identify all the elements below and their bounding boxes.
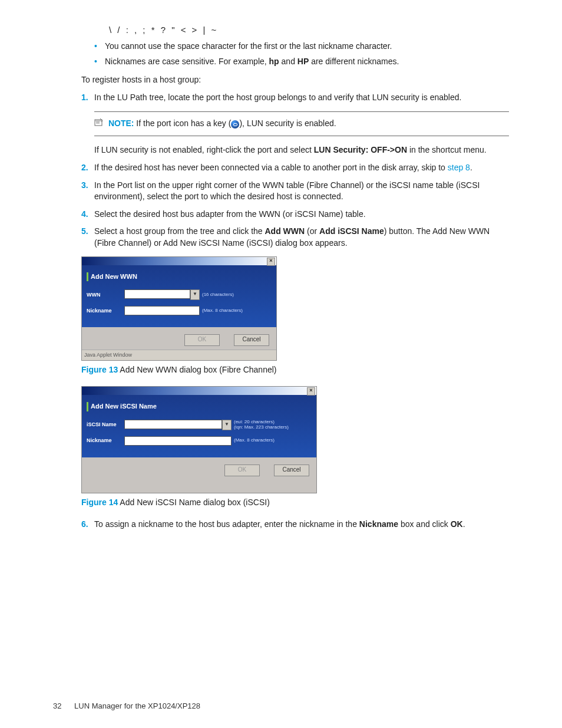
figure-text: Add New WWN dialog box (Fibre Channel) (118, 365, 276, 374)
dropdown-arrow-icon[interactable]: ▼ (190, 289, 200, 300)
wwn-field: ▼ (124, 289, 200, 300)
step-item: 1. In the LU Path tree, locate the port … (81, 92, 509, 156)
bold-text: Add WWN (265, 226, 305, 236)
ok-button[interactable]: OK (224, 465, 260, 476)
dialog-titlebar: × (82, 387, 316, 395)
svg-rect-0 (95, 120, 102, 126)
wwn-input[interactable] (124, 289, 190, 299)
nickname-input[interactable] (124, 306, 200, 315)
dialog-body: Add New iSCSI Name iSCSI Name ▼ (eui: 20… (82, 395, 316, 457)
figure-text: Add New iSCSI Name dialog box (iSCSI) (118, 498, 270, 507)
step-item: 6. To assign a nickname to the host bus … (81, 519, 509, 531)
step-text: If the desired host has never been conne… (94, 163, 448, 172)
figure-14-caption: Figure 14 Add New iSCSI Name dialog box … (81, 497, 509, 509)
bullet-text: You cannot use the space character for t… (105, 41, 392, 51)
note-text: ), LUN security is enabled. (239, 118, 336, 128)
note-label: NOTE: (108, 118, 134, 128)
text: Select a host group from the tree and cl… (94, 226, 265, 236)
ordered-steps: 1. In the LU Path tree, locate the port … (53, 92, 509, 249)
nickname-field (124, 436, 232, 446)
step-number: 4. (81, 209, 88, 220)
dialog-heading: Add New iSCSI Name (87, 402, 312, 411)
note-icon (94, 118, 104, 130)
text: Nicknames are case sensitive. For exampl… (105, 57, 269, 66)
cancel-button[interactable]: Cancel (274, 465, 309, 476)
step-number: 5. (81, 226, 88, 238)
figure-label: Figure 14 (81, 498, 118, 507)
dialog-button-row: OK Cancel (82, 457, 316, 493)
add-new-wwn-dialog: × Add New WWN WWN ▼ (16 characters) Nick… (81, 256, 277, 361)
step-item: 2. If the desired host has never been co… (81, 162, 509, 174)
text: and (279, 57, 297, 66)
note-text: If the port icon has a key ( (136, 118, 231, 128)
bullet-list: You cannot use the space character for t… (53, 41, 509, 67)
iscsi-row: iSCSI Name ▼ (eui: 20 characters) (iqn: … (87, 420, 312, 430)
text: . (463, 519, 465, 529)
dropdown-arrow-icon[interactable]: ▼ (222, 420, 232, 430)
bold-text: LUN Security: OFF->ON (314, 145, 407, 154)
cancel-button[interactable]: Cancel (234, 334, 269, 346)
step-sub-text: If LUN security is not enabled, right-cl… (94, 144, 509, 156)
step-number: 1. (81, 92, 88, 104)
dialog-button-row: OK Cancel (82, 327, 276, 350)
intro-paragraph: To register hosts in a host group: (81, 74, 509, 86)
iscsi-field: ▼ (124, 420, 232, 430)
nickname-hint: (Max. 8 characters) (234, 438, 275, 443)
link-step8[interactable]: step 8 (448, 163, 470, 172)
dialog-statusbar: Java Applet Window (82, 350, 276, 360)
step-item: 3. In the Port list on the upper right c… (81, 180, 509, 203)
figure-13-caption: Figure 13 Add New WWN dialog box (Fibre … (81, 364, 509, 376)
step-number: 2. (81, 162, 88, 174)
text: (or (305, 226, 319, 236)
iscsi-hint: (eui: 20 characters) (iqn: Max. 223 char… (234, 420, 289, 430)
bold-text: hp (269, 57, 279, 66)
add-new-iscsi-dialog: × Add New iSCSI Name iSCSI Name ▼ (eui: … (81, 386, 317, 493)
nickname-field (124, 306, 200, 315)
iscsi-input[interactable] (124, 420, 222, 429)
close-button[interactable]: × (307, 387, 315, 396)
dialog-heading: Add New WWN (87, 272, 272, 281)
dialog-titlebar: × (82, 257, 276, 265)
text: If LUN security is not enabled, right-cl… (94, 145, 314, 154)
step-number: 3. (81, 180, 88, 192)
nickname-label: Nickname (87, 307, 124, 315)
text: in the shortcut menu. (407, 145, 487, 154)
nickname-label: Nickname (87, 437, 124, 444)
step-text: Select the desired host bus adapter from… (94, 209, 366, 219)
bold-text: OK (451, 519, 463, 529)
nickname-hint: (Max. 8 characters) (202, 308, 243, 314)
nickname-row: Nickname (Max. 8 characters) (87, 436, 312, 446)
bullet-item: You cannot use the space character for t… (94, 41, 509, 52)
wwn-label: WWN (87, 291, 124, 299)
text: box and click (398, 519, 451, 529)
wwn-hint: (16 characters) (202, 292, 234, 298)
figure-label: Figure 13 (81, 365, 118, 374)
nickname-row: Nickname (Max. 8 characters) (87, 306, 272, 315)
ordered-steps-cont: 6. To assign a nickname to the host bus … (53, 519, 509, 531)
step-number: 6. (81, 519, 88, 531)
wwn-row: WWN ▼ (16 characters) (87, 289, 272, 300)
note-block: NOTE: If the port icon has a key (), LUN… (94, 111, 509, 136)
close-button[interactable]: × (267, 258, 275, 266)
text: To assign a nickname to the host bus ada… (94, 519, 359, 529)
ok-button[interactable]: OK (184, 334, 220, 346)
symbol-list: \ / : , ; * ? " < > | ~ (109, 24, 509, 36)
step-text: In the Port list on the upper right corn… (94, 180, 480, 202)
iscsi-label: iSCSI Name (87, 421, 124, 429)
nickname-input[interactable] (124, 436, 232, 446)
text: . (470, 163, 472, 172)
key-icon (231, 120, 239, 129)
step-item: 5. Select a host group from the tree and… (81, 226, 509, 249)
step-item: 4. Select the desired host bus adapter f… (81, 209, 509, 220)
bullet-item: Nicknames are case sensitive. For exampl… (94, 56, 509, 68)
step-text: In the LU Path tree, locate the port the… (94, 93, 461, 102)
dialog-body: Add New WWN WWN ▼ (16 characters) Nickna… (82, 265, 276, 327)
bold-text: Add iSCSI Name (319, 226, 384, 236)
text: are different nicknames. (309, 57, 399, 66)
bold-text: Nickname (359, 519, 398, 529)
bold-text: HP (297, 57, 309, 66)
